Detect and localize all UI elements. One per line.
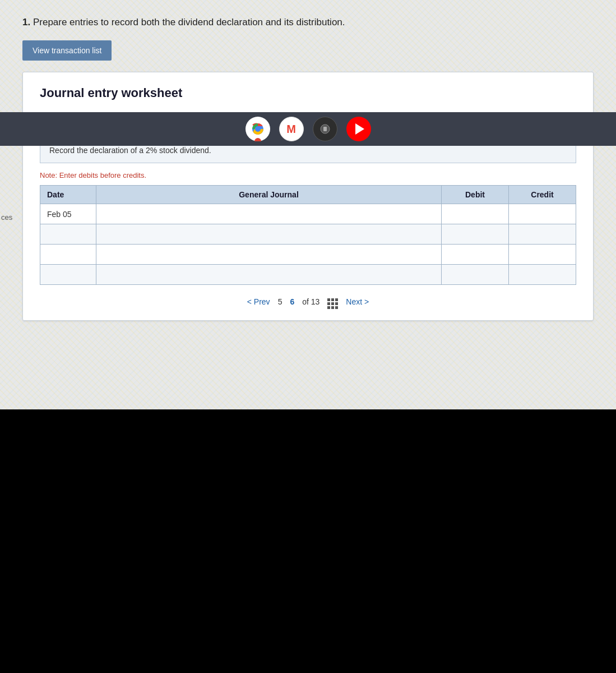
date-cell-1: Feb 05 (40, 204, 96, 224)
debit-cell-2[interactable] (442, 224, 509, 245)
question-body: Prepare entries to record both the divid… (33, 17, 345, 27)
journal-cell-2[interactable] (96, 224, 442, 245)
grid-icon (327, 294, 338, 309)
credit-cell-1[interactable] (509, 204, 576, 224)
left-margin-label: ces (1, 213, 12, 222)
taskbar: M (0, 112, 616, 146)
date-cell-2 (40, 224, 96, 245)
next-button[interactable]: Next > (346, 297, 369, 306)
credit-cell-3[interactable] (509, 245, 576, 265)
journal-cell-1[interactable] (96, 204, 442, 224)
black-area (0, 409, 616, 673)
of-text: of 13 (302, 297, 319, 306)
view-transaction-button[interactable]: View transaction list (22, 40, 112, 61)
table-row (40, 245, 576, 265)
date-cell-4 (40, 265, 96, 285)
page-6[interactable]: 6 (290, 297, 294, 306)
journal-table: Date General Journal Debit Credit Feb 05 (40, 185, 576, 285)
debit-cell-4[interactable] (442, 265, 509, 285)
credit-cell-2[interactable] (509, 224, 576, 245)
dark-circle-icon[interactable] (313, 117, 337, 141)
journal-cell-4[interactable] (96, 265, 442, 285)
question-text: 1. Prepare entries to record both the di… (22, 17, 594, 28)
debit-cell-3[interactable] (442, 245, 509, 265)
prev-button[interactable]: < Prev (247, 297, 270, 306)
table-row: Feb 05 (40, 204, 576, 224)
col-header-debit: Debit (442, 186, 509, 204)
col-header-credit: Credit (509, 186, 576, 204)
worksheet-title: Journal entry worksheet (40, 86, 576, 100)
svg-rect-5 (323, 127, 327, 131)
col-header-journal: General Journal (96, 186, 442, 204)
page-5[interactable]: 5 (278, 297, 282, 306)
date-cell-3 (40, 245, 96, 265)
instruction-text: Record the declaration of a 2% stock div… (49, 146, 211, 155)
gmail-icon[interactable]: M (279, 117, 304, 141)
pagination: < Prev 5 6 of 13 Next > (40, 294, 576, 309)
debit-cell-1[interactable] (442, 204, 509, 224)
worksheet-card: Journal entry worksheet ❮ 1 2 ❯ Record t… (22, 72, 594, 321)
note-text: Note: Enter debits before credits. (40, 171, 576, 179)
credit-cell-4[interactable] (509, 265, 576, 285)
table-row (40, 265, 576, 285)
question-number: 1. (22, 17, 30, 27)
chrome-icon[interactable] (246, 117, 270, 141)
journal-cell-3[interactable] (96, 245, 442, 265)
svg-point-2 (255, 126, 261, 132)
youtube-icon[interactable] (346, 117, 371, 141)
col-header-date: Date (40, 186, 96, 204)
table-row (40, 224, 576, 245)
